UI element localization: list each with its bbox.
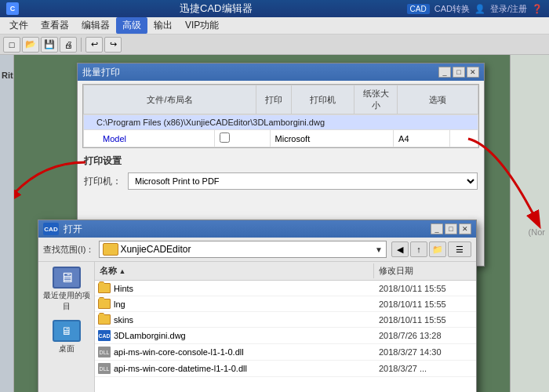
folder-icon-skins — [98, 314, 111, 325]
file-date-lng: 2018/10/11 15:55 — [374, 298, 476, 310]
sidebar-desktop[interactable]: 🖥 桌面 — [53, 320, 81, 354]
printer-row: 打印机： Microsoft Print to PDF — [78, 171, 484, 193]
desktop-label: 桌面 — [59, 343, 75, 354]
file-name-lng: lng — [95, 297, 374, 310]
folder-icon-address — [103, 243, 118, 256]
menu-viewer[interactable]: 查看器 — [35, 17, 75, 34]
file-date-dll1: 2018/3/27 14:30 — [374, 346, 476, 358]
col-papersize: 纸张大小 — [354, 85, 398, 114]
file-date-3dlamborgini: 2018/7/26 13:28 — [374, 329, 476, 342]
file-browser-sidebar: 🖥 最近使用的项目 🖥 桌面 — [38, 262, 95, 392]
print-checkbox[interactable] — [220, 132, 230, 143]
address-input-area[interactable]: XunjieCADEditor ▼ — [99, 241, 387, 258]
recent-icon: 🖥 — [53, 267, 81, 289]
print-table-scroll[interactable]: C:\Program Files (x86)\XunjieCADEditor\3… — [83, 114, 478, 147]
toolbar-new[interactable]: □ — [3, 37, 20, 53]
file-row-lng[interactable]: lng 2018/10/11 15:55 — [95, 296, 476, 312]
dialog-window-controls: _ □ ✕ — [438, 67, 479, 78]
file-name-dll1: DLL api-ms-win-core-console-l1-1-0.dll — [95, 345, 374, 359]
desktop-icon: 🖥 — [53, 320, 81, 342]
file-date-skins: 2018/10/11 15:55 — [374, 314, 476, 326]
file-name-3dlamborgini: CAD 3DLamborgini.dwg — [95, 328, 374, 343]
dll-icon-1: DLL — [98, 347, 111, 358]
cad-convert-label[interactable]: CAD转换 — [434, 3, 470, 15]
menu-bar: 文件 查看器 编辑器 高级 输出 VIP功能 — [0, 17, 549, 34]
content-area: 批量打印 _ □ ✕ 文件/布局名 打印 — [14, 55, 549, 392]
col-print: 打印 — [256, 85, 292, 114]
sidebar-recent[interactable]: 🖥 最近使用的项目 — [42, 267, 91, 312]
file-row-hints[interactable]: Hints 2018/10/11 15:55 — [95, 281, 476, 296]
toolbar-print[interactable]: 🖨 — [60, 37, 77, 53]
print-table-content: C:\Program Files (x86)\XunjieCADEditor\3… — [83, 114, 478, 147]
toolbar-save[interactable]: 💾 — [41, 37, 58, 53]
address-dropdown-btn[interactable]: ▼ — [375, 245, 383, 254]
dialog-minimize-btn[interactable]: _ — [438, 67, 451, 78]
file-row-3dlamborgini[interactable]: CAD 3DLamborgini.dwg 2018/7/26 13:28 — [95, 328, 476, 344]
dll-icon-2: DLL — [98, 363, 111, 374]
print-check-cell — [214, 130, 270, 147]
paper-cell: A4 — [394, 130, 450, 147]
option-cell — [450, 130, 478, 147]
print-file-table-container: 文件/布局名 打印 打印机 纸张大小 选项 — [82, 84, 479, 148]
menu-editor[interactable]: 编辑器 — [75, 17, 116, 34]
file-date-hints: 2018/10/11 15:55 — [374, 282, 476, 295]
col-options: 选项 — [398, 85, 478, 114]
nor-text: (Nor — [529, 227, 545, 237]
toolbar-open[interactable]: 📂 — [22, 37, 39, 53]
app-icon: C — [6, 2, 19, 15]
login-label[interactable]: 登录/注册 — [490, 3, 527, 15]
col-date-header[interactable]: 修改日期 — [374, 263, 476, 278]
toolbar-redo[interactable]: ↪ — [104, 37, 122, 53]
address-label: 查找范围(I)： — [43, 244, 94, 256]
right-panel: (Nor — [510, 55, 549, 392]
menu-file[interactable]: 文件 — [3, 17, 35, 34]
file-name-text-3dlamborgini: 3DLamborgini.dwg — [114, 331, 186, 340]
file-name-hints: Hints — [95, 281, 374, 295]
layout-name-cell: Model — [84, 130, 215, 147]
file-name-text-dll1: api-ms-win-core-console-l1-1-0.dll — [114, 347, 244, 357]
file-list-header: 名称 修改日期 — [95, 262, 476, 281]
menu-advanced[interactable]: 高级 — [116, 17, 147, 34]
open-dialog-title-text: 打开 — [64, 223, 82, 236]
print-file-path-row[interactable]: C:\Program Files (x86)\XunjieCADEditor\3… — [84, 115, 478, 130]
toolbar-sep1 — [81, 38, 82, 52]
col-name-header[interactable]: 名称 — [95, 263, 374, 278]
file-row-skins[interactable]: skins 2018/10/11 15:55 — [95, 312, 476, 328]
nav-up-btn[interactable]: ↑ — [410, 241, 427, 257]
open-dialog-cad-icon: CAD — [43, 223, 59, 235]
print-file-table: 文件/布局名 打印 打印机 纸张大小 选项 — [83, 85, 478, 114]
file-row-dll2[interactable]: DLL api-ms-win-core-datetime-l1-1-0.dll … — [95, 361, 476, 377]
toolbar-undo[interactable]: ↩ — [85, 37, 103, 53]
cad-convert-icon: CAD — [407, 4, 430, 14]
user-icon: 👤 — [474, 4, 485, 14]
folder-icon-hints — [98, 283, 111, 293]
cad-file-icon-3dlamborgini: CAD — [98, 330, 111, 341]
menu-output[interactable]: 输出 — [147, 17, 179, 34]
col-filename: 文件/布局名 — [84, 85, 256, 114]
dialog-close-btn[interactable]: ✕ — [467, 67, 479, 78]
open-dialog-window-controls: _ □ ✕ — [431, 223, 471, 234]
print-settings-label: 打印设置 — [78, 151, 484, 171]
menu-vip[interactable]: VIP功能 — [179, 17, 225, 34]
file-name-text-hints: Hints — [114, 284, 133, 293]
file-name-skins: skins — [95, 313, 374, 326]
file-name-dll2: DLL api-ms-win-core-datetime-l1-1-0.dll — [95, 361, 374, 376]
nav-buttons: ◀ ↑ 📁 ☰ — [391, 241, 471, 257]
app-title: 迅捷CAD编辑器 — [25, 2, 407, 16]
dialog-maximize-btn[interactable]: □ — [453, 67, 465, 78]
print-model-row[interactable]: Model Microsoft A4 — [84, 130, 478, 147]
open-dialog-minimize-btn[interactable]: _ — [431, 223, 443, 234]
file-list-area[interactable]: 名称 修改日期 Hints 2018/10/11 15:55 — [95, 262, 476, 392]
printer-select[interactable]: Microsoft Print to PDF — [128, 172, 478, 190]
help-icon: ❓ — [532, 4, 543, 14]
print-dialog-title-bar: 批量打印 _ □ ✕ — [78, 64, 484, 81]
open-dialog-maximize-btn[interactable]: □ — [445, 223, 457, 234]
nav-back-btn[interactable]: ◀ — [391, 241, 409, 257]
col-printer: 打印机 — [292, 85, 354, 114]
title-right-area: CAD CAD转换 👤 登录/注册 ❓ — [407, 3, 543, 15]
nav-menu-btn[interactable]: ☰ — [448, 241, 471, 257]
nav-new-folder-btn[interactable]: 📁 — [429, 241, 446, 257]
open-dialog-close-btn[interactable]: ✕ — [459, 223, 471, 234]
file-row-dll1[interactable]: DLL api-ms-win-core-console-l1-1-0.dll 2… — [95, 344, 476, 361]
file-path-cell: C:\Program Files (x86)\XunjieCADEditor\3… — [84, 115, 478, 130]
